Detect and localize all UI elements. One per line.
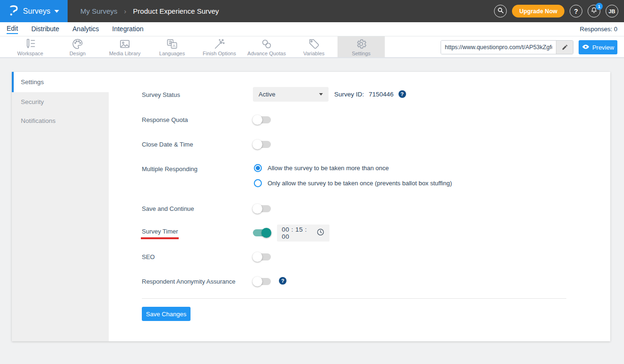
- settings-gear-icon: [355, 38, 367, 50]
- clock-icon: [316, 228, 325, 238]
- questionpro-settings-page: Surveys My Surveys › Product Experience …: [0, 0, 624, 364]
- toggle-knob: [252, 115, 262, 125]
- respondent-anonymity-toggle[interactable]: [253, 278, 271, 285]
- upgrade-now-button[interactable]: Upgrade Now: [512, 5, 564, 17]
- respondent-anonymity-label: Respondent Anonymity Assurance: [142, 278, 235, 285]
- section-tabs: Edit Distribute Analytics Integration Re…: [0, 22, 624, 36]
- svg-text:A: A: [173, 43, 176, 48]
- survey-timer-annotation-underline: [141, 237, 179, 239]
- tab-distribute[interactable]: Distribute: [31, 25, 59, 34]
- avatar-initials: JB: [608, 9, 615, 14]
- breadcrumb-my-surveys[interactable]: My Surveys: [80, 7, 117, 15]
- seo-label: SEO: [142, 253, 155, 260]
- languages-icon: A: [166, 38, 178, 50]
- response-quota-toggle[interactable]: [253, 116, 271, 123]
- search-button[interactable]: [494, 5, 507, 17]
- toolbar-item-finish-options[interactable]: Finish Options: [196, 36, 243, 57]
- survey-id-group: Survey ID: 7150446 ?: [334, 90, 406, 98]
- user-avatar[interactable]: JB: [606, 5, 618, 17]
- toggle-knob: [261, 228, 271, 238]
- surveys-product-menu[interactable]: Surveys: [0, 0, 68, 22]
- sidebar-item-security[interactable]: Security: [12, 92, 109, 111]
- brand-label: Surveys: [23, 7, 51, 16]
- radio-option-allow-multiple[interactable]: Allow the survey to be taken more than o…: [254, 164, 389, 172]
- survey-timer-label: Survey Timer: [142, 228, 178, 235]
- toggle-knob: [252, 252, 262, 262]
- page-title: Product Experience Survey: [133, 7, 219, 15]
- media-library-icon: [119, 38, 131, 50]
- survey-status-label: Survey Status: [142, 91, 180, 98]
- breadcrumb-separator-icon: ›: [124, 7, 126, 15]
- top-bar: Surveys My Surveys › Product Experience …: [0, 0, 624, 22]
- multiple-responding-label: Multiple Responding: [142, 165, 198, 173]
- survey-id-help-icon[interactable]: ?: [399, 90, 406, 98]
- pencil-icon: [562, 44, 568, 51]
- survey-url-box: [441, 40, 573, 54]
- survey-id-value: 7150446: [369, 91, 394, 98]
- toggle-knob: [252, 139, 262, 149]
- settings-sidebar: Settings Security Notifications: [12, 72, 109, 341]
- tab-integration[interactable]: Integration: [112, 25, 143, 34]
- toolbar-item-design[interactable]: Design: [54, 36, 101, 57]
- notification-count-badge: 1: [596, 3, 603, 10]
- questionpro-logo-icon: [9, 4, 19, 18]
- toolbar-item-settings[interactable]: Settings: [338, 36, 385, 57]
- survey-status-select[interactable]: Active: [253, 87, 329, 102]
- respondent-anonymity-help-icon[interactable]: ?: [279, 277, 286, 285]
- radio-selected-icon[interactable]: [254, 164, 262, 172]
- edit-url-button[interactable]: [556, 41, 573, 54]
- tab-analytics[interactable]: Analytics: [72, 25, 99, 34]
- breadcrumb: My Surveys › Product Experience Survey: [80, 0, 219, 22]
- radio-unselected-icon[interactable]: [254, 179, 262, 187]
- advance-quotas-link-icon: [260, 38, 273, 50]
- sidebar-item-settings[interactable]: Settings: [12, 72, 109, 92]
- notifications-button[interactable]: 1: [588, 5, 600, 17]
- response-quota-label: Response Quota: [142, 116, 188, 123]
- tab-edit[interactable]: Edit: [7, 25, 18, 34]
- close-date-toggle[interactable]: [253, 141, 271, 148]
- save-changes-button[interactable]: Save Changes: [142, 307, 191, 321]
- question-mark-icon: ?: [574, 8, 578, 15]
- survey-timer-toggle[interactable]: [253, 229, 271, 236]
- toolbar-item-languages[interactable]: A Languages: [148, 36, 196, 57]
- variables-tag-icon: [308, 38, 320, 50]
- survey-id-label: Survey ID:: [334, 91, 364, 98]
- design-palette-icon: [71, 38, 84, 50]
- save-and-continue-toggle[interactable]: [253, 205, 271, 212]
- close-date-label: Close Date & Time: [142, 141, 193, 148]
- toolbar-item-advance-quotas[interactable]: Advance Quotas: [243, 36, 290, 57]
- toggle-knob: [252, 204, 262, 214]
- save-and-continue-label: Save and Continue: [142, 205, 194, 212]
- toolbar-item-media-library[interactable]: Media Library: [101, 36, 148, 57]
- finish-options-wand-icon: [213, 38, 225, 50]
- survey-url-input[interactable]: [441, 41, 556, 54]
- preview-button[interactable]: Preview: [579, 40, 617, 54]
- workspace-icon: [24, 38, 36, 50]
- help-button[interactable]: ?: [570, 5, 582, 17]
- toolbar-item-variables[interactable]: Variables: [290, 36, 338, 57]
- toolbar-item-workspace[interactable]: Workspace: [7, 36, 54, 57]
- toggle-knob: [252, 277, 262, 286]
- chevron-down-icon: [319, 93, 323, 95]
- sidebar-item-notifications[interactable]: Notifications: [12, 111, 109, 130]
- survey-timer-duration-field[interactable]: 00 : 15 : 00: [277, 225, 329, 242]
- edit-toolbar: Workspace Design Media L: [0, 36, 624, 58]
- seo-toggle[interactable]: [253, 253, 271, 260]
- radio-option-only-once[interactable]: Only allow the survey to be taken once (…: [254, 179, 452, 187]
- settings-card: Settings Security Notifications Survey S…: [12, 72, 610, 341]
- form-divider: [142, 298, 566, 299]
- search-icon: [497, 7, 504, 16]
- eye-icon: [582, 44, 589, 51]
- responses-count: Responses: 0: [580, 22, 618, 36]
- chevron-down-icon: [54, 10, 59, 13]
- topbar-actions: Upgrade Now ? 1 JB: [494, 0, 618, 22]
